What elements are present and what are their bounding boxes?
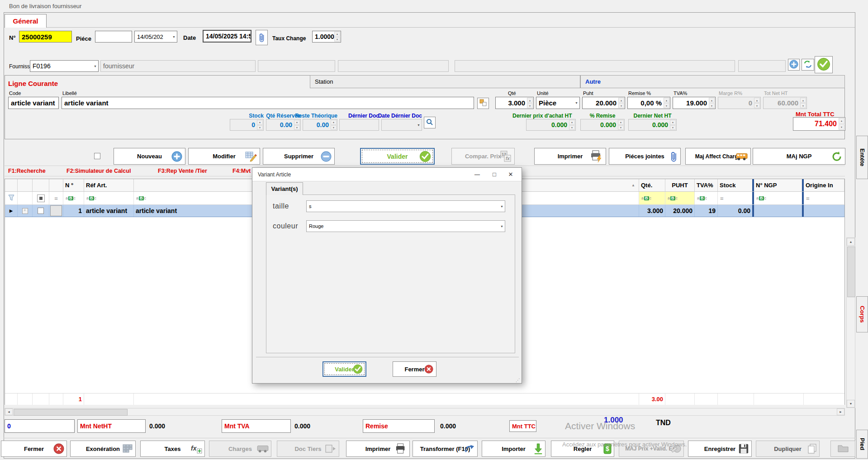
- taux-change-input[interactable]: 1.0000 ▲▼: [312, 31, 341, 43]
- line-checkbox[interactable]: [94, 153, 100, 159]
- vscroll-thumb[interactable]: [847, 247, 855, 297]
- spinner[interactable]: ▲▼: [334, 32, 340, 42]
- chevron-down-icon[interactable]: ▼: [94, 61, 97, 71]
- enregistrer-button[interactable]: Enregistrer: [688, 441, 752, 457]
- doc-tiers-button[interactable]: Doc Tiers: [277, 441, 339, 457]
- side-tab-pied[interactable]: Pied: [856, 430, 868, 459]
- grid-header-origine[interactable]: Origine In: [804, 179, 844, 191]
- taille-combo[interactable]: s ▼: [306, 200, 505, 212]
- resize-grip-icon[interactable]: ⋰: [516, 378, 520, 383]
- grid-header-qte[interactable]: Qté.: [639, 179, 665, 191]
- row-checkbox[interactable]: [33, 205, 49, 217]
- exoneration-button[interactable]: Exonération: [70, 441, 136, 457]
- filter-ref-cell[interactable]: aBc: [84, 192, 134, 204]
- variant-button[interactable]: [477, 98, 489, 109]
- maj-prix-button[interactable]: MAJ Prix +Valid. Ent: [619, 441, 684, 457]
- tab-station[interactable]: Station: [310, 75, 580, 88]
- piece-input[interactable]: [95, 31, 132, 43]
- filter-eq-btn-cell[interactable]: =: [49, 192, 63, 204]
- filter-stock-cell[interactable]: =: [718, 192, 754, 204]
- filter-funnel-cell[interactable]: [5, 192, 18, 204]
- vertical-scrollbar[interactable]: ▲ ▼: [846, 237, 855, 408]
- dialog-fermer-button[interactable]: Fermer: [393, 361, 436, 377]
- fkey-recherche[interactable]: F1:Recherche: [8, 168, 46, 174]
- remise-input[interactable]: 0,00 %▲▼: [627, 97, 670, 109]
- grid-header-num[interactable]: N °: [63, 179, 84, 191]
- scroll-left-icon[interactable]: ◄: [5, 408, 13, 415]
- filter-ngp-cell[interactable]: aBc: [754, 192, 804, 204]
- search-doc-button[interactable]: [424, 117, 436, 128]
- nouveau-button[interactable]: Nouveau: [114, 148, 185, 165]
- unite-combo[interactable]: Pièce▼: [536, 97, 580, 109]
- spinner[interactable]: ▲▼: [664, 98, 669, 108]
- scroll-right-icon[interactable]: ►: [837, 408, 844, 415]
- add-fournisseur-button[interactable]: [788, 59, 800, 71]
- spinner[interactable]: ▲▼: [618, 98, 624, 108]
- horizontal-scrollbar[interactable]: ◄ ►: [5, 408, 845, 416]
- dialog-valider-button[interactable]: Valider: [323, 361, 366, 377]
- fermer-button[interactable]: Fermer: [1, 441, 67, 457]
- spinner[interactable]: ▲▼: [527, 98, 533, 108]
- supprimer-button[interactable]: Supprimer: [263, 148, 335, 165]
- grid-header-stock[interactable]: Stock: [718, 179, 754, 191]
- open-folder-button[interactable]: [830, 441, 855, 457]
- row-expand-icon[interactable]: +: [18, 205, 33, 217]
- maj-ngp-button[interactable]: MAj NGP: [753, 148, 845, 165]
- hscroll-thumb[interactable]: [14, 409, 128, 416]
- grid-header-ngp[interactable]: N° NGP: [754, 179, 804, 191]
- date-short-combo[interactable]: 14/05/202 ▼: [134, 31, 177, 43]
- fkey-simulateur[interactable]: F2:Simulateur de Calcul: [66, 168, 131, 174]
- dupliquer-button[interactable]: Dupliquer: [756, 441, 820, 457]
- close-icon[interactable]: ✕: [505, 170, 516, 179]
- code-input[interactable]: article variant: [8, 97, 59, 109]
- refresh-button[interactable]: [802, 59, 814, 71]
- filter-check-cell[interactable]: [33, 192, 49, 204]
- filter-num-cell[interactable]: aBc: [63, 192, 84, 204]
- filter-origine-cell[interactable]: =: [804, 192, 844, 204]
- dialog-titlebar[interactable]: Variant Article — □ ✕: [252, 168, 522, 181]
- grid-header-puht[interactable]: PUHT: [665, 179, 695, 191]
- libelle-input[interactable]: article variant: [62, 97, 474, 109]
- pieces-jointes-button[interactable]: Piéces jointes: [609, 148, 681, 165]
- imprimer-ligne-button[interactable]: Imprimer: [534, 148, 606, 165]
- regler-button[interactable]: Regler $: [551, 441, 614, 457]
- tab-autre[interactable]: Autre: [580, 75, 845, 88]
- imprimer-button[interactable]: Imprimer: [346, 441, 410, 457]
- validate-header-button[interactable]: [815, 56, 833, 73]
- fkey-rep-vente[interactable]: F3:Rep Vente /Tier: [158, 168, 207, 174]
- valider-button[interactable]: Valider: [360, 148, 435, 165]
- chevron-down-icon[interactable]: ▼: [417, 119, 420, 130]
- filter-puht-cell[interactable]: aBc: [665, 192, 695, 204]
- attachment-button[interactable]: [256, 30, 268, 45]
- dialog-tab-variants[interactable]: Variant(s): [266, 182, 303, 195]
- row-button[interactable]: [49, 205, 63, 217]
- transformer-button[interactable]: Transformer (F10): [413, 441, 478, 457]
- modifier-button[interactable]: Modifier: [188, 148, 260, 165]
- side-tab-entete[interactable]: Entéte: [856, 136, 868, 179]
- grid-header-ref[interactable]: Réf Art.: [84, 179, 134, 191]
- qte-input[interactable]: 3.000▲▼: [495, 97, 534, 109]
- fournisseur-code-combo[interactable]: F0196 ▼: [30, 60, 99, 72]
- charges-button[interactable]: Charges: [209, 441, 271, 457]
- tab-general[interactable]: Géneral: [13, 17, 38, 25]
- minimize-icon[interactable]: —: [472, 170, 483, 179]
- chevron-down-icon[interactable]: ▼: [575, 97, 578, 109]
- puht-input[interactable]: 20.000▲▼: [582, 97, 625, 109]
- filter-qte-cell[interactable]: aBc: [639, 192, 665, 204]
- side-tab-corps[interactable]: Corps: [856, 296, 868, 332]
- maximize-icon[interactable]: □: [489, 170, 500, 179]
- couleur-combo[interactable]: Rouge ▼: [306, 220, 505, 232]
- grid-header-tva[interactable]: TVA%: [695, 179, 718, 191]
- compar-prix-button[interactable]: Compar. Prix 12fx: [451, 148, 515, 165]
- taxes-button[interactable]: Taxes fx: [140, 441, 205, 457]
- maj-affect-charge-button[interactable]: Maj Affect Charge: [685, 148, 751, 165]
- filter-tva-cell[interactable]: aBc: [695, 192, 718, 204]
- spinner[interactable]: ▲▼: [709, 98, 715, 108]
- importer-button[interactable]: Importer: [482, 441, 545, 457]
- tva-input[interactable]: 19.000▲▼: [673, 97, 716, 109]
- chevron-down-icon[interactable]: ▼: [500, 221, 503, 232]
- scroll-down-icon[interactable]: ▼: [847, 400, 855, 408]
- date-dernier-doc-combo[interactable]: ▼: [381, 119, 422, 131]
- chevron-down-icon[interactable]: ▼: [172, 31, 175, 42]
- chevron-down-icon[interactable]: ▼: [500, 201, 503, 212]
